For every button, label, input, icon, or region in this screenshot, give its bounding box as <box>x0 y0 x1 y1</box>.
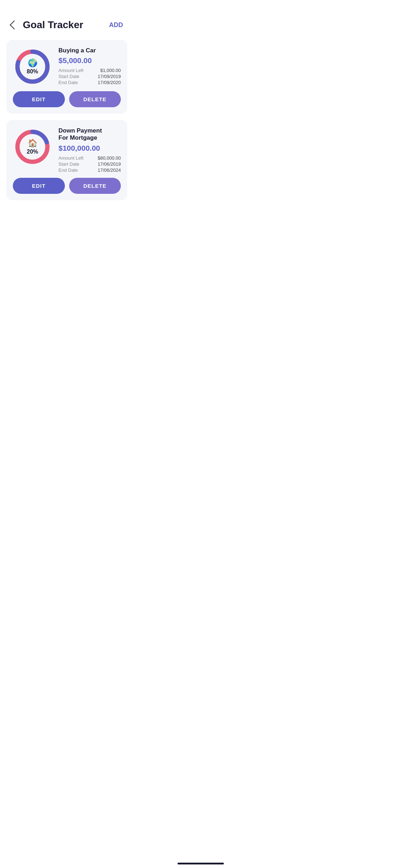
goal-info-1: Buying a Car $5,000.00 Amount Left $1,00… <box>58 47 121 85</box>
donut-center-1: 🌍 80% <box>27 58 38 75</box>
goal-name-2: Down Payment For Mortgage <box>58 127 121 142</box>
detail-start-date-2: Start Date 17/06/2019 <box>58 161 121 167</box>
edit-button-2[interactable]: EDIT <box>13 178 65 194</box>
goal-amount-1: $5,000.00 <box>58 56 121 65</box>
detail-start-date-1: Start Date 17/09/2019 <box>58 74 121 79</box>
goal-details-2: Amount Left $80,000.00 Start Date 17/06/… <box>58 155 121 173</box>
goal-icon-1: 🌍 <box>28 58 37 68</box>
goal-card-top-2: 🏠 20% Down Payment For Mortgage $100,000… <box>13 127 121 173</box>
goal-card-2: 🏠 20% Down Payment For Mortgage $100,000… <box>6 120 127 200</box>
detail-amount-left-1: Amount Left $1,000.00 <box>58 68 121 73</box>
goal-amount-2: $100,000.00 <box>58 144 121 153</box>
goal-info-2: Down Payment For Mortgage $100,000.00 Am… <box>58 127 121 173</box>
goal-icon-2: 🏠 <box>28 139 37 148</box>
donut-chart-1: 🌍 80% <box>13 47 52 86</box>
goal-name-1: Buying a Car <box>58 47 121 54</box>
page-title: Goal Tracker <box>23 19 83 31</box>
goal-percent-1: 80% <box>27 68 38 75</box>
goals-list: 🌍 80% Buying a Car $5,000.00 Amount Left… <box>0 36 134 204</box>
goal-card-1: 🌍 80% Buying a Car $5,000.00 Amount Left… <box>6 40 127 114</box>
edit-button-1[interactable]: EDIT <box>13 91 65 107</box>
detail-amount-left-2: Amount Left $80,000.00 <box>58 155 121 161</box>
detail-end-date-2: End Date 17/06/2024 <box>58 167 121 173</box>
back-button[interactable] <box>8 19 19 31</box>
donut-chart-2: 🏠 20% <box>13 127 52 166</box>
goal-percent-2: 20% <box>27 149 38 155</box>
delete-button-2[interactable]: DELETE <box>69 178 121 194</box>
header: Goal Tracker ADD <box>0 0 134 36</box>
goal-details-1: Amount Left $1,000.00 Start Date 17/09/2… <box>58 68 121 85</box>
add-button[interactable]: ADD <box>106 20 126 30</box>
header-left: Goal Tracker <box>8 19 83 31</box>
donut-center-2: 🏠 20% <box>27 139 38 155</box>
goal-actions-1: EDIT DELETE <box>13 91 121 107</box>
goal-actions-2: EDIT DELETE <box>13 178 121 194</box>
back-arrow-icon <box>10 20 19 29</box>
delete-button-1[interactable]: DELETE <box>69 91 121 107</box>
detail-end-date-1: End Date 17/09/2020 <box>58 80 121 85</box>
goal-card-top-1: 🌍 80% Buying a Car $5,000.00 Amount Left… <box>13 47 121 86</box>
